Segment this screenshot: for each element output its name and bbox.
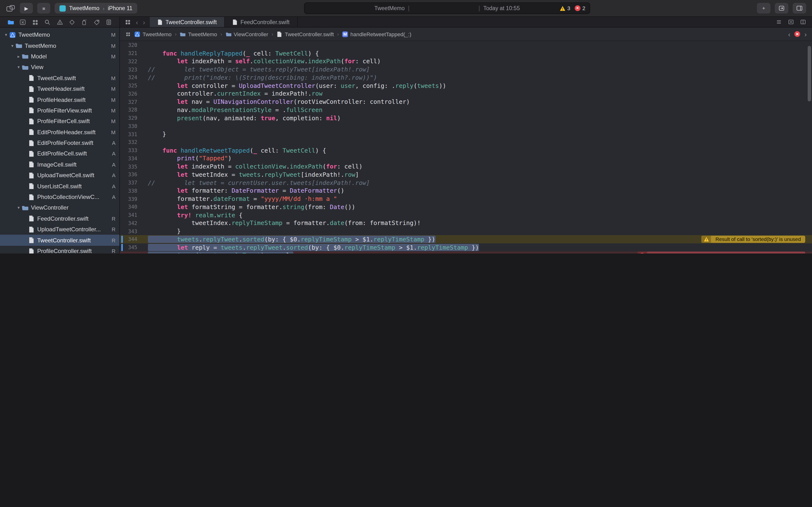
code-text[interactable]: tweetIndex.replyTimeStamp = formatter.da… [143, 219, 421, 227]
line-number[interactable]: 341 [120, 212, 143, 218]
code-line[interactable]: 339 formatter.dateFormat = "yyyy/MM/dd ·… [120, 195, 812, 203]
sidebar-folder-row[interactable]: ▾View [0, 62, 119, 73]
symbol-navigator-icon[interactable] [32, 18, 39, 25]
line-number[interactable]: 324 [120, 74, 143, 80]
code-line[interactable]: 335 let indexPath = collectionView.index… [120, 163, 812, 171]
code-line[interactable]: 325 let controller = UploadTweetControll… [120, 81, 812, 90]
line-number[interactable]: 334 [120, 156, 143, 161]
editor-scrollbar[interactable] [808, 46, 811, 101]
sidebar-file-row[interactable]: UploadTweetCell.swiftA [0, 170, 119, 181]
sidebar-folder-row[interactable]: ▸ModelM [0, 51, 119, 62]
line-number[interactable]: 335 [120, 163, 143, 169]
code-line[interactable]: 343 } [120, 227, 812, 235]
line-number[interactable]: 321 [120, 50, 143, 56]
code-line[interactable]: 332 [120, 138, 812, 146]
line-number[interactable]: 325 [120, 82, 143, 89]
line-number[interactable]: 345 [120, 244, 143, 250]
sidebar-file-row[interactable]: EditProfileCell.swiftA [0, 149, 119, 159]
scheme-selector[interactable]: TweetMemo › iPhone 11 [55, 3, 137, 13]
code-text[interactable]: let controller = UploadTweetController(u… [143, 82, 446, 89]
code-text[interactable]: print("Tapped") [143, 155, 232, 162]
line-number[interactable]: 331 [120, 131, 143, 137]
code-text[interactable]: tweets.replyTweet.sorted(by: { $0.replyT… [143, 236, 435, 243]
disclosure-triangle-icon[interactable]: ▸ [15, 54, 22, 59]
line-number[interactable]: 327 [120, 99, 143, 105]
code-text[interactable]: let reply = tweets.replyTweet.sorted(by:… [143, 243, 479, 251]
run-button[interactable]: ▶ [20, 3, 33, 13]
line-number[interactable]: 333 [120, 147, 143, 153]
code-line[interactable]: 337// let tweet = currentUser.user.tweet… [120, 179, 812, 187]
code-text[interactable]: // let tweetObject = tweets.replyTweet[i… [143, 66, 370, 73]
sidebar-file-row[interactable]: ProfileController.swiftR [0, 246, 119, 253]
line-number[interactable]: 329 [120, 115, 143, 121]
line-number[interactable]: 336 [120, 172, 143, 177]
code-text[interactable]: let nav = UINavigationController(rootVie… [143, 98, 410, 105]
breadcrumb-item-1[interactable]: TweetMemo [180, 31, 217, 37]
breadcrumb-item-3[interactable]: TweetController.swift [276, 31, 334, 37]
line-number[interactable]: 338 [120, 188, 143, 193]
window-tabs-icon[interactable] [6, 5, 15, 12]
code-text[interactable]: nav.modalPresentationStyle = .fullScreen [143, 106, 323, 113]
sidebar-file-row[interactable]: UserListCell.swiftA [0, 181, 119, 192]
code-line[interactable]: 341 try! realm.write { [120, 211, 812, 219]
code-text[interactable]: func handleReplyTapped(_ cell: TweetCell… [143, 50, 319, 57]
code-line[interactable]: 331 } [120, 130, 812, 138]
debug-navigator-icon[interactable] [81, 18, 88, 25]
code-text[interactable]: let formatter: DateFormatter = DateForma… [143, 187, 344, 194]
sidebar-folder-row[interactable]: ▾ViewController [0, 203, 119, 213]
code-line[interactable]: 323// let tweetObject = tweets.replyTwee… [120, 65, 812, 74]
editor-tab-1[interactable]: FeedController.swift [225, 17, 298, 27]
breakpoint-navigator-icon[interactable] [93, 18, 100, 25]
disclosure-triangle-icon[interactable]: ▾ [15, 65, 22, 70]
line-number[interactable]: 339 [120, 196, 143, 202]
code-text[interactable]: try! realm.write { [143, 211, 242, 219]
add-button[interactable]: ＋ [757, 3, 770, 13]
test-navigator-icon[interactable] [69, 18, 75, 25]
code-text[interactable]: controller.currentIndex = indexPath!.row [143, 90, 323, 97]
editor-tab-0[interactable]: TweetController.swift [150, 17, 225, 27]
editor-options-icon[interactable] [776, 19, 782, 25]
inspector-toggle-button[interactable] [793, 3, 806, 13]
line-number[interactable]: 343 [120, 228, 143, 234]
code-line[interactable]: 344 tweets.replyTweet.sorted(by: { $0.re… [120, 235, 812, 243]
line-number[interactable]: 346 [120, 252, 143, 253]
tab-overview-icon[interactable] [125, 19, 131, 25]
code-line[interactable]: 345 let reply = tweets.replyTweet.sorted… [120, 243, 812, 251]
sidebar-file-row[interactable]: EditProfileFooter.swiftA [0, 137, 119, 149]
stop-button[interactable]: ■ [37, 3, 50, 13]
disclosure-triangle-icon[interactable]: ▾ [15, 206, 22, 210]
issue-error-icon[interactable] [794, 31, 801, 37]
code-line[interactable]: 342 tweetIndex.replyTimeStamp = formatte… [120, 219, 812, 227]
sidebar-file-row[interactable]: ProfileFilterView.swiftM [0, 105, 119, 116]
sidebar-file-row[interactable]: PhotoCollectionViewC...A [0, 192, 119, 203]
breadcrumb-item-4[interactable]: MhandleRetweetTapped(_:) [342, 31, 411, 37]
back-icon[interactable]: ‹ [136, 18, 138, 25]
warning-annotation[interactable]: Result of call to 'sorted(by:)' is unuse… [701, 235, 805, 243]
run-destination[interactable]: iPhone 11 [108, 5, 133, 11]
code-line[interactable]: 346 Array(tweets.replyTweet) = replyExpr… [120, 251, 812, 253]
code-text[interactable]: let tweetIndex = tweets.replyTweet[index… [143, 171, 359, 178]
sidebar-project-row[interactable]: ▾TweetMemoM [0, 30, 119, 40]
previous-issue-icon[interactable]: ‹ [788, 30, 790, 38]
code-text[interactable]: Array(tweets.replyTweet) = reply [143, 252, 293, 253]
error-count-badge[interactable]: ✕ 2 [575, 5, 585, 11]
code-line[interactable]: 321 func handleReplyTapped(_ cell: Tweet… [120, 49, 812, 57]
related-items-icon[interactable] [125, 31, 131, 37]
code-text[interactable]: // print("index: \(String(describing: in… [143, 74, 377, 81]
line-number[interactable]: 340 [120, 204, 143, 210]
line-number[interactable]: 328 [120, 107, 143, 113]
line-number[interactable]: 326 [120, 91, 143, 97]
code-text[interactable]: formatter.dateFormat = "yyyy/MM/dd ·h:mm… [143, 195, 337, 202]
code-text[interactable]: } [143, 227, 181, 235]
code-line[interactable]: 336 let tweetIndex = tweets.replyTweet[i… [120, 170, 812, 179]
code-line[interactable]: 322 let indexPath = self.collectionView.… [120, 57, 812, 65]
sidebar-file-row[interactable]: TweetController.swiftR [0, 235, 119, 246]
line-number[interactable]: 330 [120, 123, 143, 129]
source-control-navigator-icon[interactable] [19, 18, 27, 25]
disclosure-triangle-icon[interactable]: ▾ [9, 43, 15, 48]
line-number[interactable]: 342 [120, 220, 143, 226]
line-number[interactable]: 323 [120, 66, 143, 72]
code-line[interactable]: 340 let formatString = formatter.string(… [120, 203, 812, 211]
code-review-button[interactable] [775, 3, 788, 13]
code-line[interactable]: 330 [120, 122, 812, 130]
